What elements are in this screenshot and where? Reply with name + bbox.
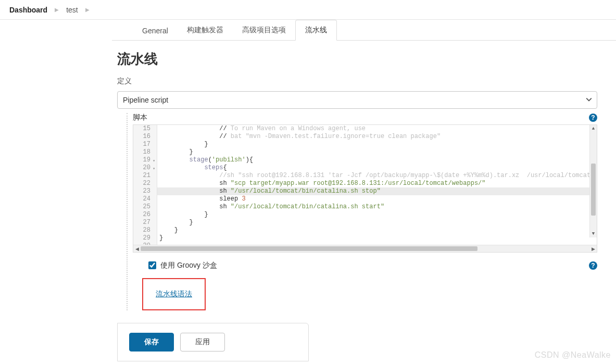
definition-label: 定义 (117, 77, 597, 86)
script-editor[interactable]: 1516171819▾20▾21222324252627282930 // To… (133, 125, 597, 245)
scroll-right-icon[interactable]: ▶ (589, 245, 597, 252)
pipeline-syntax-link[interactable]: 流水线语法 (156, 290, 192, 298)
tab-advanced-options[interactable]: 高级项目选项 (233, 20, 295, 40)
tab-build-triggers[interactable]: 构建触发器 (178, 20, 233, 40)
tab-pipeline[interactable]: 流水线 (295, 20, 337, 41)
sandbox-row: 使用 Groovy 沙盒 ? (146, 260, 597, 271)
scroll-track[interactable] (141, 245, 589, 252)
definition-select-wrap: Pipeline script (117, 91, 597, 109)
button-bar: 保存 应用 (117, 323, 309, 361)
scroll-thumb[interactable] (141, 246, 477, 251)
scroll-thumb[interactable] (591, 164, 596, 216)
script-field-block: 脚本 ? 1516171819▾20▾21222324252627282930 … (127, 113, 597, 310)
tab-general[interactable]: General (133, 21, 178, 40)
syntax-box: 流水线语法 (142, 278, 206, 310)
editor-gutter: 1516171819▾20▾21222324252627282930 (133, 125, 157, 245)
sandbox-checkbox[interactable] (148, 261, 156, 269)
config-tabs: General 构建触发器 高级项目选项 流水线 (112, 20, 616, 41)
breadcrumb-item-test[interactable]: test (63, 6, 81, 14)
script-label: 脚本 (133, 113, 147, 122)
save-button[interactable]: 保存 (129, 333, 174, 352)
definition-select[interactable]: Pipeline script (117, 91, 597, 109)
editor-code-area[interactable]: // To run Maven on a Windows agent, use … (157, 125, 597, 245)
scroll-left-icon[interactable]: ◀ (133, 245, 141, 252)
scroll-track[interactable] (590, 132, 597, 230)
vertical-scrollbar[interactable]: ▲ ▼ (589, 125, 597, 237)
breadcrumb-item-dashboard[interactable]: Dashboard (6, 6, 51, 14)
page-title: 流水线 (117, 50, 597, 68)
scroll-up-icon[interactable]: ▲ (590, 125, 597, 132)
help-icon[interactable]: ? (589, 114, 597, 122)
breadcrumb: Dashboard ▶ test ▶ (0, 0, 616, 20)
chevron-right-icon: ▶ (81, 7, 94, 12)
pipeline-section: 流水线 定义 Pipeline script 脚本 ? 1516171819▾2… (112, 41, 616, 364)
sandbox-label: 使用 Groovy 沙盒 (160, 261, 217, 270)
script-editor-wrap: 1516171819▾20▾21222324252627282930 // To… (133, 124, 597, 253)
chevron-right-icon: ▶ (51, 7, 63, 12)
help-icon[interactable]: ? (589, 261, 597, 270)
scroll-down-icon[interactable]: ▼ (590, 230, 597, 237)
apply-button[interactable]: 应用 (180, 333, 225, 352)
horizontal-scrollbar[interactable]: ◀ ▶ (133, 245, 597, 252)
content-pane: General 构建触发器 高级项目选项 流水线 流水线 定义 Pipeline… (112, 20, 616, 364)
